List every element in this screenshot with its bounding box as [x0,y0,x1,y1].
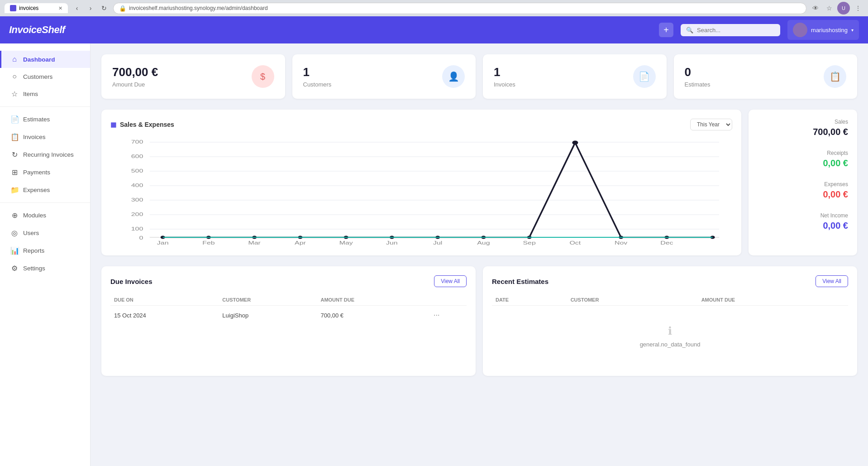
sidebar-label-modules: Modules [23,212,46,219]
expenses-stat-label: Expenses [758,181,848,187]
chart-card: ▦ Sales & Expenses This Year Last Year [101,110,741,255]
add-button[interactable]: + [659,23,673,37]
sidebar-label-estimates: Estimates [23,116,50,123]
svg-text:300: 300 [131,197,143,202]
tab-favicon [10,5,16,11]
search-bar[interactable]: 🔍 [681,24,780,36]
svg-text:May: May [339,240,353,245]
app-logo: InvoiceShelf [9,24,65,36]
sales-label: Sales [758,119,848,125]
col-est-customer: CUSTOMER [567,294,698,306]
sidebar-label-dashboard: Dashboard [23,56,55,63]
users-icon: ◎ [10,229,19,237]
no-data-container: ℹ general.no_data_found [496,311,844,361]
browser-actions: 👁 ☆ U ⋮ [810,2,863,14]
recent-estimates-header: Recent Estimates View All [492,275,848,287]
browser-chrome: invoices ✕ ‹ › ↻ 🔒 invoiceshelf.mariusho… [0,0,868,16]
sidebar-item-settings[interactable]: ⚙ Settings [0,259,90,277]
svg-text:0: 0 [139,235,143,240]
period-select[interactable]: This Year Last Year [690,119,732,130]
invoice-due-date: 15 Oct 2024 [110,306,219,325]
address-bar[interactable]: 🔒 invoiceshelf.mariushosting.synology.me… [113,3,806,14]
sidebar-item-estimates[interactable]: 📄 Estimates [0,110,90,128]
svg-text:500: 500 [131,168,143,173]
svg-text:Aug: Aug [477,240,490,245]
expenses-stat: Expenses 0,00 € [758,181,848,200]
chart-svg: 0 100 200 300 400 500 600 700 Jan Feb Ma… [110,138,732,246]
invoices-icon: 📋 [10,133,19,141]
invoice-customer[interactable]: LuigiShop [219,306,317,325]
chevron-down-icon: ▾ [851,28,854,33]
sidebar-item-recurring-invoices[interactable]: ↻ Recurring Invoices [0,146,90,163]
tab-close-btn[interactable]: ✕ [58,5,62,11]
amount-due-icon: $ [252,65,274,88]
browser-user-avatar[interactable]: U [837,2,850,14]
expenses-icon: 📁 [10,186,19,194]
receipts-stat: Receipts 0,00 € [758,150,848,168]
chart-title-text: Sales & Expenses [120,121,174,128]
customers-icon-card: 👤 [442,65,465,88]
sidebar-label-payments: Payments [23,169,50,176]
amount-due-label: Amount Due [112,81,158,88]
sidebar-item-payments[interactable]: ⊞ Payments [0,163,90,181]
browser-tab[interactable]: invoices ✕ [5,3,68,13]
sidebar-item-users[interactable]: ◎ Users [0,224,90,242]
sidebar: ⌂ Dashboard ○ Customers ☆ Items 📄 Estima… [0,43,91,466]
bookmark-icon[interactable]: ☆ [824,3,835,14]
col-actions [430,294,467,306]
reload-btn[interactable]: ↻ [99,3,110,14]
svg-text:100: 100 [131,226,143,231]
more-icon[interactable]: ⋮ [853,3,863,14]
col-due-on: DUE ON [110,294,219,306]
sidebar-item-modules[interactable]: ⊕ Modules [0,207,90,224]
due-invoices-card: Due Invoices View All DUE ON CUSTOMER AM… [101,266,476,376]
customers-label: Customers [303,81,332,88]
due-invoices-header: Due Invoices View All [110,275,467,287]
main-content: 700,00 € Amount Due $ 1 Customers 👤 1 I [91,43,868,466]
svg-text:Jun: Jun [386,240,398,245]
sidebar-item-dashboard[interactable]: ⌂ Dashboard [0,51,90,68]
chart-header: ▦ Sales & Expenses This Year Last Year [110,119,732,130]
svg-text:Jan: Jan [157,240,169,245]
chart-container: 0 100 200 300 400 500 600 700 Jan Feb Ma… [110,138,732,246]
back-btn[interactable]: ‹ [72,3,82,14]
sidebar-item-expenses[interactable]: 📁 Expenses [0,181,90,199]
modules-icon: ⊕ [10,211,19,220]
due-invoices-table: DUE ON CUSTOMER AMOUNT DUE 15 Oct 2024 L… [110,294,467,325]
sidebar-item-items[interactable]: ☆ Items [0,85,90,103]
stat-card-invoices: 1 Invoices 📄 [483,54,667,99]
sidebar-label-customers: Customers [23,73,52,80]
invoices-icon-card: 📄 [633,65,656,88]
sidebar-item-customers[interactable]: ○ Customers [0,68,90,85]
recent-estimates-table: DATE CUSTOMER AMOUNT DUE ℹ general.n [492,294,848,367]
invoice-amount: 700,00 € [317,306,430,325]
user-menu[interactable]: mariushosting ▾ [787,20,859,40]
net-income-label: Net Income [758,212,848,219]
sidebar-item-invoices[interactable]: 📋 Invoices [0,128,90,146]
estimates-label: Estimates [685,81,711,88]
sidebar-label-expenses: Expenses [23,187,50,193]
sidebar-label-reports: Reports [23,247,44,254]
estimates-view-all[interactable]: View All [816,275,848,287]
stats-panel: Sales 700,00 € Receipts 0,00 € Expenses … [749,110,857,255]
app-body: ⌂ Dashboard ○ Customers ☆ Items 📄 Estima… [0,43,868,466]
stats-row: 700,00 € Amount Due $ 1 Customers 👤 1 I [101,54,857,99]
sidebar-label-invoices: Invoices [23,134,46,140]
reports-icon: 📊 [10,246,19,255]
due-invoices-view-all[interactable]: View All [434,275,467,287]
svg-text:Nov: Nov [615,240,627,245]
svg-text:Mar: Mar [248,240,261,245]
forward-btn[interactable]: › [85,3,96,14]
recent-estimates-card: Recent Estimates View All DATE CUSTOMER … [483,266,857,376]
receipts-value: 0,00 € [758,158,848,168]
search-input[interactable] [697,27,775,34]
chart-title: ▦ Sales & Expenses [110,121,174,128]
table-row: 15 Oct 2024 LuigiShop 700,00 € ··· [110,306,467,325]
svg-text:Sep: Sep [523,240,536,245]
sidebar-item-reports[interactable]: 📊 Reports [0,242,90,259]
recurring-icon: ↻ [10,150,19,159]
row-actions-btn[interactable]: ··· [434,311,439,319]
eye-icon[interactable]: 👁 [810,3,821,14]
invoices-value: 1 [494,65,515,79]
chart-icon: ▦ [110,121,116,128]
